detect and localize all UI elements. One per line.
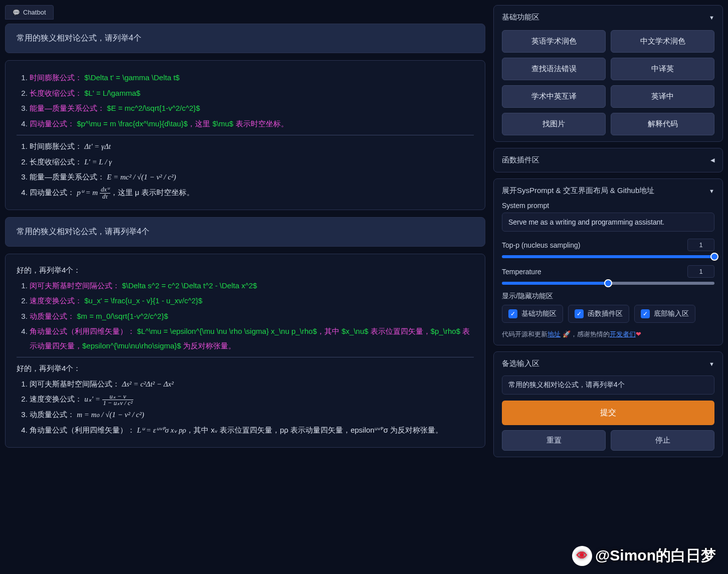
- temp-value: 1: [687, 265, 714, 278]
- chevron-down-icon: ▼: [709, 15, 714, 21]
- panel-alt-input-header[interactable]: 备选输入区 ▼: [502, 358, 714, 369]
- topp-label: Top-p (nucleus sampling): [502, 241, 580, 249]
- check-icon: ✓: [641, 309, 650, 318]
- btn-academic-trans[interactable]: 学术中英互译: [502, 85, 606, 108]
- panel-alt-input: 备选输入区 ▼ 提交 重置 停止: [493, 351, 723, 457]
- temp-slider[interactable]: [502, 282, 714, 285]
- system-prompt-label: System prompt: [502, 202, 714, 210]
- chat-scroll[interactable]: 常用的狭义相对论公式，请列举4个 时间膨胀公式： $\Delta t' = \g…: [5, 24, 487, 569]
- chevron-down-icon: ▼: [709, 188, 714, 194]
- system-prompt-input[interactable]: [502, 213, 714, 232]
- topp-slider[interactable]: [502, 255, 714, 258]
- heart-icon: ❤: [636, 330, 641, 338]
- check-basic[interactable]: ✓基础功能区: [502, 305, 563, 323]
- tab-chatbot[interactable]: 💬 Chatbot: [5, 5, 54, 20]
- btn-zh2en[interactable]: 中译英: [611, 58, 714, 80]
- panel-func-plugins-header[interactable]: 函数插件区 ◀: [502, 154, 714, 166]
- panel-sys-header[interactable]: 展开SysPrompt & 交互界面布局 & Github地址 ▼: [502, 185, 714, 197]
- tab-label: Chatbot: [23, 9, 46, 16]
- btn-find-image[interactable]: 找图片: [502, 113, 606, 135]
- bot-message-1: 时间膨胀公式： $\Delta t' = \gamma \Delta t$ 长度…: [5, 60, 485, 210]
- panel-basic-header[interactable]: 基础功能区 ▼: [502, 12, 714, 23]
- divider: [17, 135, 474, 135]
- submit-button[interactable]: 提交: [502, 401, 714, 425]
- btn-grammar[interactable]: 查找语法错误: [502, 58, 606, 80]
- topp-value: 1: [687, 239, 714, 251]
- stop-button[interactable]: 停止: [611, 430, 714, 451]
- btn-zh-polish[interactable]: 中文学术润色: [611, 30, 714, 53]
- link-devs[interactable]: 开发者们: [610, 330, 636, 338]
- visibility-label: 显示/隐藏功能区: [502, 292, 714, 301]
- link-repo[interactable]: 地址: [548, 330, 561, 338]
- credit-line: 代码开源和更新地址 🚀，感谢热情的开发者们❤: [502, 330, 714, 339]
- bot-message-2: 好的，再列举4个： 闵可夫斯基时空间隔公式： $\Delta s^2 = c^2…: [5, 254, 485, 448]
- reset-button[interactable]: 重置: [502, 430, 606, 451]
- user-message-1: 常用的狭义相对论公式，请列举4个: [5, 24, 485, 53]
- check-icon: ✓: [575, 309, 584, 318]
- check-icon: ✓: [508, 309, 517, 318]
- check-bottom-input[interactable]: ✓底部输入区: [634, 305, 695, 323]
- alt-input-field[interactable]: [502, 375, 714, 395]
- divider: [17, 357, 474, 357]
- chevron-left-icon: ◀: [710, 157, 714, 163]
- tab-bar: 💬 Chatbot: [5, 5, 487, 20]
- user-message-2: 常用的狭义相对论公式，请再列举4个: [5, 217, 485, 247]
- chat-icon: 💬: [13, 9, 20, 16]
- btn-en2zh[interactable]: 英译中: [611, 85, 714, 108]
- btn-explain-code[interactable]: 解释代码: [611, 113, 714, 135]
- panel-func-plugins: 函数插件区 ◀: [493, 148, 723, 172]
- chevron-down-icon: ▼: [709, 361, 714, 367]
- check-plugins[interactable]: ✓函数插件区: [568, 305, 629, 323]
- temp-label: Temperature: [502, 268, 541, 276]
- panel-basic: 基础功能区 ▼ 英语学术润色 中文学术润色 查找语法错误 中译英 学术中英互译 …: [493, 5, 723, 142]
- panel-sys: 展开SysPrompt & 交互界面布局 & Github地址 ▼ System…: [493, 178, 723, 345]
- btn-en-polish[interactable]: 英语学术润色: [502, 30, 606, 53]
